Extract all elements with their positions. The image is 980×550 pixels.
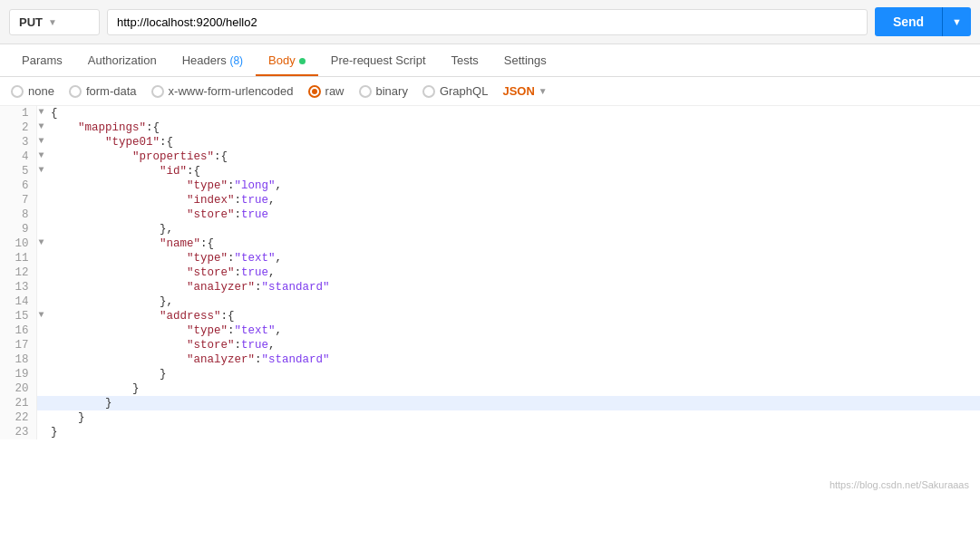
code-content: } — [47, 425, 980, 439]
body-option-label-raw: raw — [325, 84, 344, 98]
tab-dot-body — [299, 58, 306, 64]
tab-badge-headers: (8) — [229, 54, 243, 67]
fold-arrow-icon — [36, 323, 47, 338]
editor-area[interactable]: 1▼{2▼ "mappings":{3▼ "type01":{4▼ "prope… — [0, 106, 980, 497]
code-content: } — [47, 381, 980, 396]
table-row: 2▼ "mappings":{ — [0, 121, 980, 135]
fold-arrow-icon[interactable]: ▼ — [36, 121, 47, 135]
body-option-raw[interactable]: raw — [308, 84, 344, 98]
code-content: "type":"text", — [47, 323, 980, 338]
fold-arrow-icon — [36, 280, 47, 294]
line-number: 8 — [0, 207, 36, 222]
code-content: }, — [47, 294, 980, 309]
radio-icon-raw — [308, 85, 321, 98]
code-content: } — [47, 410, 980, 425]
json-chevron-icon: ▼ — [539, 86, 548, 96]
body-option-label-x-www-form-urlencoded: x-www-form-urlencoded — [169, 84, 294, 98]
top-bar: PUT ▼ Send ▼ — [0, 0, 980, 44]
watermark: https://blog.csdn.net/Sakuraaas — [830, 479, 969, 490]
send-button[interactable]: Send — [875, 7, 942, 36]
line-number: 9 — [0, 222, 36, 236]
fold-arrow-icon — [36, 265, 47, 280]
json-format-label: JSON — [502, 84, 534, 98]
radio-icon-x-www-form-urlencoded — [151, 85, 164, 98]
table-row: 10▼ "name":{ — [0, 236, 980, 251]
table-row: 21 } — [0, 396, 980, 410]
line-number: 20 — [0, 381, 36, 396]
tab-body[interactable]: Body — [256, 44, 318, 76]
body-option-none[interactable]: none — [11, 84, 54, 98]
table-row: 5▼ "id":{ — [0, 164, 980, 179]
table-row: 12 "store":true, — [0, 265, 980, 280]
radio-icon-form-data — [69, 85, 82, 98]
line-number: 1 — [0, 106, 36, 121]
table-row: 22 } — [0, 410, 980, 425]
line-number: 17 — [0, 338, 36, 352]
tabs-bar: ParamsAuthorizationHeaders (8)BodyPre-re… — [0, 44, 980, 77]
code-content: } — [47, 367, 980, 381]
fold-arrow-icon — [36, 352, 47, 367]
table-row: 6 "type":"long", — [0, 179, 980, 193]
url-input[interactable] — [107, 9, 868, 35]
body-option-label-form-data: form-data — [86, 84, 137, 98]
table-row: 1▼{ — [0, 106, 980, 121]
fold-arrow-icon — [36, 410, 47, 425]
table-row: 4▼ "properties":{ — [0, 150, 980, 164]
tab-pre-request-script[interactable]: Pre-request Script — [318, 44, 439, 76]
table-row: 14 }, — [0, 294, 980, 309]
code-content: "address":{ — [47, 309, 980, 323]
code-content: "type":"long", — [47, 179, 980, 193]
body-option-graphql[interactable]: GraphQL — [422, 84, 488, 98]
fold-arrow-icon[interactable]: ▼ — [36, 236, 47, 251]
table-row: 7 "index":true, — [0, 193, 980, 207]
line-number: 21 — [0, 396, 36, 410]
method-selector[interactable]: PUT ▼ — [9, 9, 100, 35]
table-row: 16 "type":"text", — [0, 323, 980, 338]
line-number: 5 — [0, 164, 36, 179]
code-content: "type01":{ — [47, 135, 980, 150]
fold-arrow-icon — [36, 294, 47, 309]
json-format-selector[interactable]: JSON▼ — [502, 84, 547, 98]
code-content: "store":true, — [47, 265, 980, 280]
fold-arrow-icon — [36, 207, 47, 222]
line-number: 4 — [0, 150, 36, 164]
fold-arrow-icon[interactable]: ▼ — [36, 309, 47, 323]
fold-arrow-icon[interactable]: ▼ — [36, 106, 47, 121]
body-option-form-data[interactable]: form-data — [69, 84, 137, 98]
body-option-x-www-form-urlencoded[interactable]: x-www-form-urlencoded — [151, 84, 294, 98]
fold-arrow-icon — [36, 222, 47, 236]
table-row: 19 } — [0, 367, 980, 381]
body-option-binary[interactable]: binary — [359, 84, 408, 98]
body-options: noneform-datax-www-form-urlencodedrawbin… — [0, 77, 980, 106]
table-row: 9 }, — [0, 222, 980, 236]
method-label: PUT — [19, 15, 43, 29]
fold-arrow-icon — [36, 338, 47, 352]
line-number: 7 — [0, 193, 36, 207]
table-row: 17 "store":true, — [0, 338, 980, 352]
line-number: 11 — [0, 251, 36, 265]
fold-arrow-icon — [36, 381, 47, 396]
line-number: 13 — [0, 280, 36, 294]
body-option-label-graphql: GraphQL — [440, 84, 488, 98]
table-row: 13 "analyzer":"standard" — [0, 280, 980, 294]
tab-authorization[interactable]: Authorization — [75, 44, 170, 76]
code-content: "mappings":{ — [47, 121, 980, 135]
code-content: "analyzer":"standard" — [47, 280, 980, 294]
tab-tests[interactable]: Tests — [439, 44, 491, 76]
radio-icon-binary — [359, 85, 372, 98]
send-dropdown-button[interactable]: ▼ — [942, 7, 971, 36]
table-row: 3▼ "type01":{ — [0, 135, 980, 150]
fold-arrow-icon[interactable]: ▼ — [36, 150, 47, 164]
tab-headers[interactable]: Headers (8) — [170, 44, 256, 76]
method-chevron-icon: ▼ — [48, 17, 57, 27]
table-row: 8 "store":true — [0, 207, 980, 222]
tab-settings[interactable]: Settings — [491, 44, 559, 76]
line-number: 23 — [0, 425, 36, 439]
tab-params[interactable]: Params — [9, 44, 75, 76]
code-content: "store":true — [47, 207, 980, 222]
fold-arrow-icon — [36, 179, 47, 193]
table-row: 18 "analyzer":"standard" — [0, 352, 980, 367]
code-content: "properties":{ — [47, 150, 980, 164]
fold-arrow-icon[interactable]: ▼ — [36, 164, 47, 179]
fold-arrow-icon[interactable]: ▼ — [36, 135, 47, 150]
